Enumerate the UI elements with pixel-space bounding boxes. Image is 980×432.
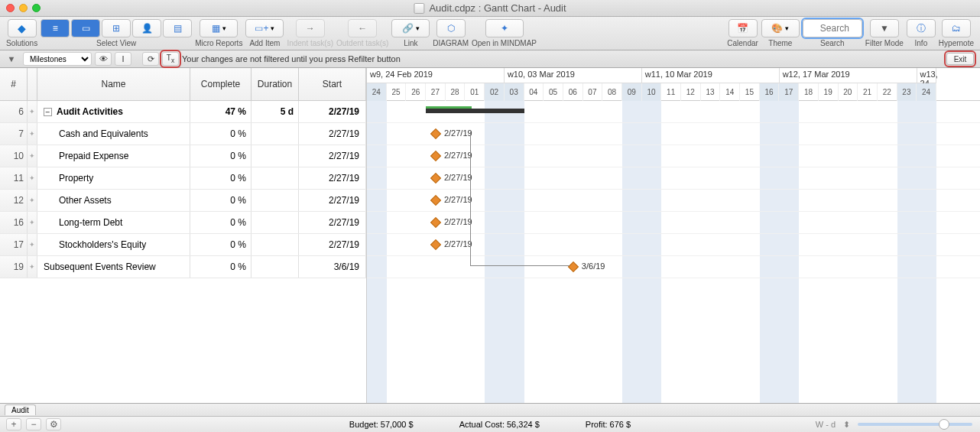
view-gantt-button[interactable]: ≡ — [41, 19, 70, 37]
hypernote-button[interactable]: 🗂 — [942, 19, 971, 37]
summary-bar[interactable] — [426, 109, 524, 113]
row-name[interactable]: Subsequent Events Review — [37, 256, 190, 278]
row-complete[interactable]: 0 % — [190, 212, 251, 233]
view-tracking-button[interactable]: ▭ — [71, 19, 100, 37]
milestone-marker[interactable] — [430, 173, 441, 184]
col-complete[interactable]: Complete — [190, 68, 251, 100]
table-row[interactable]: 10✦Prepaid Expense0 %2/27/19 — [0, 145, 366, 167]
filter-mode-button[interactable]: ▼ — [870, 19, 899, 37]
milestone-marker[interactable] — [430, 195, 441, 206]
row-duration[interactable] — [251, 212, 299, 233]
link-icon: 🔗 — [402, 23, 414, 34]
table-row[interactable]: 7✦Cash and Equivalents0 %2/27/19 — [0, 123, 366, 145]
gantt-timeline[interactable]: w9, 24 Feb 2019w10, 03 Mar 2019w11, 10 M… — [367, 68, 980, 403]
row-complete[interactable]: 0 % — [190, 145, 251, 167]
table-row[interactable]: 16✦Long-term Debt0 %2/27/19 — [0, 212, 366, 234]
row-name[interactable]: Prepaid Expense — [37, 145, 190, 167]
row-duration[interactable] — [251, 256, 299, 278]
col-start[interactable]: Start — [299, 68, 366, 100]
solutions-button[interactable]: ◆ — [8, 19, 37, 37]
milestone-marker[interactable] — [568, 261, 579, 272]
row-start[interactable]: 2/27/19 — [299, 145, 366, 167]
milestone-label: 2/27/19 — [444, 173, 472, 182]
milestone-marker[interactable] — [430, 239, 441, 250]
table-row[interactable]: 6✦−Audit Activities47 %5 d2/27/19 — [0, 101, 366, 123]
visibility-toggle-button[interactable]: 👁 — [95, 52, 112, 66]
maximize-window-button[interactable] — [32, 4, 41, 12]
row-start[interactable]: 2/27/19 — [299, 123, 366, 145]
row-indicator: ✦ — [28, 123, 37, 145]
table-row[interactable]: 19✦Subsequent Events Review0 %3/6/19 — [0, 256, 366, 278]
row-duration[interactable] — [251, 234, 299, 255]
filter-funnel-button[interactable]: ▼ — [3, 52, 20, 66]
row-duration[interactable] — [251, 167, 299, 189]
row-start[interactable]: 2/27/19 — [299, 167, 366, 189]
outdent-button[interactable]: ← — [348, 19, 377, 37]
search-input[interactable] — [803, 19, 862, 37]
row-complete[interactable]: 0 % — [190, 167, 251, 189]
row-duration[interactable] — [251, 123, 299, 145]
row-indicator: ✦ — [28, 212, 37, 233]
info-toggle-button[interactable]: I — [115, 52, 131, 66]
clear-filter-button[interactable]: Tx — [162, 52, 179, 66]
filter-type-select[interactable]: Milestones — [23, 52, 92, 66]
milestone-marker[interactable] — [430, 217, 441, 228]
close-window-button[interactable] — [6, 4, 15, 12]
theme-button[interactable]: 🎨▾ — [761, 19, 800, 37]
view-resource-button[interactable]: 👤 — [132, 19, 161, 37]
row-complete[interactable]: 0 % — [190, 123, 251, 145]
table-row[interactable]: 11✦Property0 %2/27/19 — [0, 167, 366, 190]
col-duration[interactable]: Duration — [251, 68, 299, 100]
info-small-icon: I — [122, 54, 124, 63]
row-name[interactable]: −Audit Activities — [37, 101, 190, 122]
col-name[interactable]: Name — [37, 68, 190, 100]
view-report-button[interactable]: ▤ — [163, 19, 192, 37]
table-row[interactable]: 12✦Other Assets0 %2/27/19 — [0, 190, 366, 212]
milestone-marker[interactable] — [430, 151, 441, 161]
remove-sheet-button[interactable]: − — [26, 418, 41, 430]
row-complete[interactable]: 0 % — [190, 234, 251, 255]
col-indicator[interactable] — [28, 68, 37, 100]
day-header-cell: 11 — [661, 83, 681, 101]
table-row[interactable]: 17✦Stockholders's Equity0 %2/27/19 — [0, 234, 366, 256]
row-duration[interactable]: 5 d — [251, 101, 299, 122]
add-item-button[interactable]: ▭+▾ — [245, 19, 284, 37]
row-start[interactable]: 3/6/19 — [299, 256, 366, 278]
diagram-button[interactable]: ⬡ — [436, 19, 466, 37]
row-name[interactable]: Other Assets — [37, 190, 190, 211]
settings-button[interactable]: ⚙ — [46, 418, 61, 430]
expand-toggle[interactable]: − — [44, 108, 52, 116]
zoom-slider[interactable] — [858, 423, 972, 426]
zoom-stepper[interactable]: ⬍ — [843, 420, 850, 430]
row-start[interactable]: 2/27/19 — [299, 234, 366, 255]
row-duration[interactable] — [251, 145, 299, 167]
col-index[interactable]: # — [0, 68, 28, 100]
calendar-button[interactable]: 📅 — [729, 19, 758, 37]
link-button[interactable]: 🔗▾ — [391, 19, 430, 37]
view-network-button[interactable]: ⊞ — [102, 19, 131, 37]
row-complete[interactable]: 0 % — [190, 190, 251, 211]
zoom-slider-thumb[interactable] — [939, 419, 949, 430]
status-profit: Profit: 676 $ — [586, 420, 631, 429]
row-start[interactable]: 2/27/19 — [299, 212, 366, 233]
info-button[interactable]: ⓘ — [907, 19, 936, 37]
row-start[interactable]: 2/27/19 — [299, 190, 366, 211]
row-start[interactable]: 2/27/19 — [299, 101, 366, 122]
row-name[interactable]: Cash and Equivalents — [37, 123, 190, 145]
row-duration[interactable] — [251, 190, 299, 211]
row-name[interactable]: Long-term Debt — [37, 212, 190, 233]
theme-label: Theme — [768, 39, 792, 47]
mindmap-button[interactable]: ✦ — [485, 19, 524, 37]
refilter-button[interactable]: ⟳ — [142, 52, 159, 66]
row-name[interactable]: Property — [37, 167, 190, 189]
exit-filter-button[interactable]: Exit — [946, 53, 974, 65]
micro-reports-button[interactable]: ▦▾ — [200, 19, 238, 37]
row-complete[interactable]: 47 % — [190, 101, 251, 122]
minimize-window-button[interactable] — [19, 4, 28, 12]
sheet-tab-audit[interactable]: Audit — [5, 404, 36, 415]
row-complete[interactable]: 0 % — [190, 256, 251, 278]
indent-button[interactable]: → — [296, 19, 325, 37]
row-name[interactable]: Stockholders's Equity — [37, 234, 190, 255]
milestone-marker[interactable] — [430, 128, 441, 139]
add-sheet-button[interactable]: + — [6, 418, 21, 430]
